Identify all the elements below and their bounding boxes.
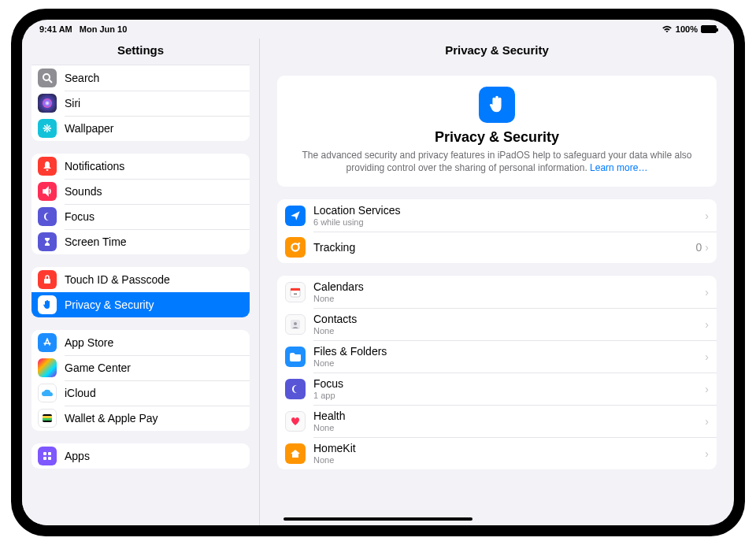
row-label: Health — [313, 410, 705, 422]
chevron-right-icon: › — [705, 447, 709, 460]
wallpaper-icon: ❋ — [38, 119, 57, 138]
sidebar-item-label: Focus — [65, 210, 94, 223]
chevron-right-icon: › — [705, 318, 709, 331]
main-panel: Privacy & Security Privacy & Security Th… — [260, 39, 734, 525]
sidebar: Settings Search Siri ❋ Wallp — [22, 39, 260, 525]
chevron-right-icon: › — [705, 209, 709, 222]
speaker-icon — [38, 182, 57, 201]
row-label: Focus — [313, 377, 705, 390]
search-icon — [38, 69, 57, 87]
sidebar-item-label: Privacy & Security — [65, 298, 154, 311]
wallet-icon — [38, 409, 57, 428]
sidebar-item-apps[interactable]: Apps — [32, 443, 250, 469]
moon-icon — [285, 379, 306, 399]
sidebar-item-icloud[interactable]: iCloud — [32, 380, 250, 406]
row-calendars[interactable]: •• Calendars None › — [277, 276, 717, 308]
cloud-icon — [38, 384, 57, 402]
row-health[interactable]: Health None › — [277, 405, 717, 437]
page-title: Privacy & Security — [260, 39, 734, 65]
sidebar-item-label: iCloud — [65, 387, 96, 399]
learn-more-link[interactable]: Learn more… — [590, 162, 647, 173]
sidebar-item-label: Wallpaper — [65, 122, 114, 135]
row-label: Tracking — [313, 241, 696, 254]
sidebar-item-touchid[interactable]: Touch ID & Passcode — [32, 267, 250, 292]
sidebar-item-focus[interactable]: Focus — [32, 204, 250, 229]
calendar-icon: •• — [285, 282, 306, 302]
svg-point-15 — [294, 322, 297, 325]
row-subtitle: None — [313, 455, 705, 465]
svg-text:••: •• — [294, 291, 297, 296]
contacts-icon — [285, 314, 306, 335]
sidebar-item-notifications[interactable]: Notifications — [32, 154, 250, 179]
row-value: 0 — [696, 241, 702, 254]
row-focus[interactable]: Focus 1 app › — [277, 373, 717, 405]
sidebar-item-label: Sounds — [65, 185, 102, 198]
battery-icon — [701, 25, 717, 33]
lock-icon — [38, 270, 57, 289]
sidebar-title: Settings — [22, 39, 259, 65]
home-indicator[interactable] — [284, 517, 472, 521]
sidebar-item-label: Siri — [65, 97, 80, 109]
chevron-right-icon: › — [705, 241, 709, 254]
sidebar-item-appstore[interactable]: App Store — [32, 330, 250, 355]
gamecenter-icon — [38, 358, 57, 377]
hero-description: The advanced security and privacy featur… — [296, 149, 698, 174]
row-tracking[interactable]: Tracking 0 › — [277, 232, 717, 263]
row-subtitle: None — [313, 358, 705, 368]
row-files[interactable]: Files & Folders None › — [277, 340, 717, 373]
sidebar-item-label: Screen Time — [65, 235, 127, 248]
apps-icon — [38, 447, 57, 465]
hourglass-icon — [38, 232, 57, 251]
svg-rect-5 — [43, 418, 52, 421]
sidebar-item-label: Search — [65, 72, 99, 84]
row-label: HomeKit — [313, 442, 705, 454]
wifi-icon — [662, 25, 673, 33]
tracking-icon — [285, 237, 306, 258]
sidebar-item-label: App Store — [65, 336, 113, 349]
section-apps: •• Calendars None › Contacts None — [277, 276, 717, 469]
row-label: Contacts — [313, 313, 705, 325]
svg-rect-9 — [48, 457, 51, 460]
row-homekit[interactable]: HomeKit None › — [277, 437, 717, 469]
chevron-right-icon: › — [705, 383, 709, 395]
row-label: Location Services — [313, 204, 705, 217]
appstore-icon — [38, 333, 57, 352]
heart-icon — [285, 411, 306, 432]
status-battery-pct: 100% — [676, 24, 698, 34]
svg-rect-4 — [43, 416, 52, 418]
row-label: Calendars — [313, 280, 705, 293]
svg-rect-2 — [44, 279, 50, 284]
sidebar-item-search[interactable]: Search — [32, 65, 250, 91]
location-arrow-icon — [285, 206, 306, 226]
sidebar-item-sounds[interactable]: Sounds — [32, 179, 250, 204]
svg-rect-6 — [43, 452, 46, 455]
sidebar-item-wallpaper[interactable]: ❋ Wallpaper — [32, 116, 250, 141]
svg-rect-8 — [43, 457, 46, 460]
sidebar-item-screentime[interactable]: Screen Time — [32, 229, 250, 254]
chevron-right-icon: › — [705, 286, 709, 298]
row-subtitle: None — [313, 326, 705, 336]
chevron-right-icon: › — [705, 415, 709, 428]
folder-icon — [285, 347, 306, 367]
svg-rect-7 — [48, 452, 51, 455]
svg-point-0 — [43, 74, 50, 80]
sidebar-item-wallet[interactable]: Wallet & Apple Pay — [32, 406, 250, 431]
hero-card: Privacy & Security The advanced security… — [277, 76, 717, 187]
sidebar-item-privacy[interactable]: Privacy & Security — [32, 292, 250, 317]
row-label: Files & Folders — [313, 345, 705, 358]
bell-icon — [38, 157, 57, 176]
status-time: 9:41 AM — [39, 24, 72, 34]
hand-icon — [38, 295, 57, 314]
privacy-hand-icon — [479, 87, 515, 123]
chevron-right-icon: › — [705, 350, 709, 363]
sidebar-item-label: Wallet & Apple Pay — [65, 412, 158, 425]
sidebar-item-label: Game Center — [65, 361, 131, 374]
sidebar-item-gamecenter[interactable]: Game Center — [32, 355, 250, 380]
svg-line-1 — [49, 80, 52, 83]
row-contacts[interactable]: Contacts None › — [277, 308, 717, 340]
sidebar-item-label: Touch ID & Passcode — [65, 273, 170, 286]
sidebar-item-siri[interactable]: Siri — [32, 91, 250, 116]
row-location-services[interactable]: Location Services 6 while using › — [277, 199, 717, 232]
section-location: Location Services 6 while using › Tracki… — [277, 199, 717, 263]
row-subtitle: 1 app — [313, 391, 705, 400]
